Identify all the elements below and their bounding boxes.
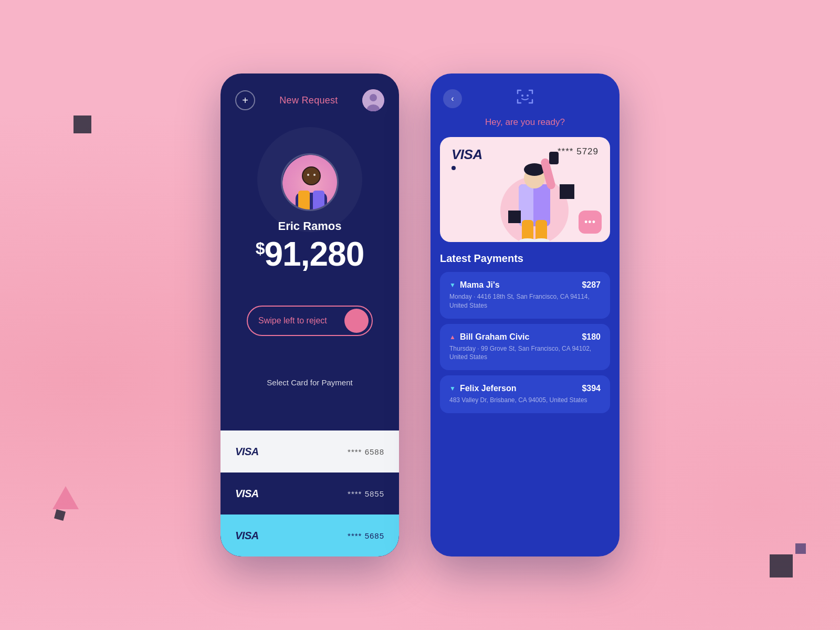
card-number-3: **** 5685 [348, 531, 384, 540]
add-button[interactable]: + [235, 90, 255, 110]
card-illustration-svg [482, 142, 587, 242]
payment-name-3: Felix Jeferson [460, 384, 517, 393]
payment-address-2: Thursday · 99 Grove St, San Francisco, C… [449, 344, 601, 362]
payment-name-1: Mama Ji's [460, 280, 500, 290]
amount-value: 91,280 [265, 235, 364, 273]
swipe-indicator [344, 309, 369, 333]
deco-square-1 [74, 116, 91, 133]
payment-arrow-2: ▲ [449, 333, 456, 341]
currency-symbol: $ [256, 239, 265, 258]
card-stack: VISA **** 6588 VISA **** 5855 VISA **** … [220, 430, 399, 556]
svg-rect-7 [298, 191, 310, 211]
visa-logo-3: VISA [235, 530, 259, 542]
card-item-2[interactable]: VISA **** 5855 [220, 472, 399, 514]
card-header-info: VISA [452, 146, 482, 170]
deco-square-2 [54, 509, 66, 521]
avatar-image [362, 89, 384, 111]
face-id-section [516, 88, 534, 109]
payment-arrow-1: ▼ [449, 281, 456, 289]
svg-point-13 [527, 94, 529, 97]
payments-section: Latest Payments ▼ Mama Ji's $287 Monday … [430, 242, 620, 556]
card-item-1[interactable]: VISA **** 6588 [220, 430, 399, 472]
payment-name-row-3: ▼ Felix Jeferson [449, 384, 517, 393]
card-brand: VISA [452, 146, 482, 163]
user-avatar[interactable] [362, 89, 384, 111]
plus-icon: + [242, 94, 248, 107]
card-number-2: **** 5855 [348, 489, 384, 498]
profile-avatar [281, 153, 339, 211]
left-phone-header: + New Request [220, 74, 399, 122]
svg-point-1 [370, 94, 377, 101]
svg-point-10 [307, 174, 309, 176]
visa-logo-2: VISA [235, 488, 259, 500]
svg-point-11 [313, 174, 316, 176]
deco-triangle [52, 486, 79, 509]
payment-item-2[interactable]: ▲ Bill Graham Civic $180 Thursday · 99 G… [440, 324, 610, 371]
credit-card-display: VISA **** 5729 [440, 137, 610, 242]
payment-name-row-2: ▲ Bill Graham Civic [449, 332, 529, 342]
card-number-right: **** 5729 [558, 146, 598, 157]
payment-top-3: ▼ Felix Jeferson $394 [449, 384, 601, 393]
svg-rect-23 [560, 184, 574, 199]
left-phone: + New Request [220, 74, 399, 556]
payment-item-3[interactable]: ▼ Felix Jeferson $394 483 Valley Dr, Bri… [440, 375, 610, 413]
card-more-button[interactable]: ••• [579, 211, 602, 234]
swipe-button-container: Swipe left to reject [220, 290, 399, 336]
face-id-icon [516, 88, 534, 109]
profile-amount: $91,280 [231, 237, 388, 271]
svg-rect-8 [313, 191, 324, 211]
svg-point-12 [521, 94, 523, 97]
payment-amount-3: $394 [582, 384, 601, 393]
back-icon: ‹ [451, 94, 454, 103]
svg-rect-24 [508, 211, 521, 223]
visa-logo-1: VISA [235, 446, 259, 458]
card-number-1: **** 6588 [348, 447, 384, 456]
payment-address-3: 483 Valley Dr, Brisbane, CA 94005, Unite… [449, 396, 601, 405]
payment-address-1: Monday · 4416 18th St, San Francisco, CA… [449, 292, 601, 310]
payment-amount-2: $180 [582, 332, 601, 342]
card-item-3[interactable]: VISA **** 5685 [220, 514, 399, 556]
right-phone-header: ‹ [430, 74, 620, 117]
more-dots-icon: ••• [584, 217, 596, 228]
face-id-svg [516, 88, 534, 105]
payment-name-row-1: ▼ Mama Ji's [449, 280, 500, 290]
select-card-label: Select Card for Payment [220, 378, 399, 392]
card-dot [452, 166, 456, 170]
svg-point-9 [303, 167, 320, 184]
swipe-reject-button[interactable]: Swipe left to reject [247, 306, 373, 336]
payments-title: Latest Payments [440, 253, 610, 265]
payment-arrow-3: ▼ [449, 385, 456, 392]
payment-top-1: ▼ Mama Ji's $287 [449, 280, 601, 290]
payment-item-1[interactable]: ▼ Mama Ji's $287 Monday · 4416 18th St, … [440, 272, 610, 319]
payment-top-2: ▲ Bill Graham Civic $180 [449, 332, 601, 342]
deco-square-3 [770, 554, 793, 578]
deco-square-4 [795, 543, 806, 554]
profile-section: Eric Ramos $91,280 [220, 122, 399, 271]
payment-name-2: Bill Graham Civic [460, 332, 530, 342]
swipe-label: Swipe left to reject [258, 316, 327, 326]
header-title: New Request [279, 95, 338, 106]
ready-text: Hey, are you ready? [430, 117, 620, 137]
right-phone: ‹ [430, 74, 620, 556]
card-last4: **** 5729 [558, 146, 598, 157]
payment-amount-1: $287 [582, 280, 601, 290]
back-button[interactable]: ‹ [443, 89, 462, 108]
card-illustration [482, 142, 587, 242]
